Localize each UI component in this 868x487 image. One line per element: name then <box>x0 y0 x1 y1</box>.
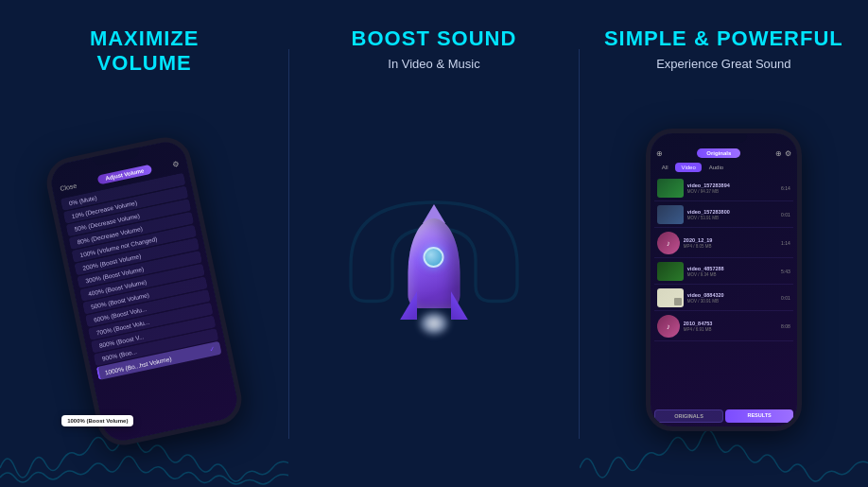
tab-video[interactable]: Video <box>675 163 701 172</box>
phone3-topbar: ⊕ Originals ⊕ ⚙ <box>651 147 797 161</box>
media-item[interactable]: video_157283894 MOV / 94.37 MB 6:14 <box>654 176 793 201</box>
media-info-3: 2020_12_19 MP4 / 8.05 MB <box>684 237 777 249</box>
media-duration-5: 0:01 <box>781 295 790 301</box>
panel2-title: BOOST SOUND <box>352 26 517 51</box>
media-name-6: 2010_84753 <box>684 321 777 326</box>
media-name-5: video_0884320 <box>687 292 777 298</box>
tab-bar: All Video Audio <box>651 161 797 175</box>
search-icon[interactable]: ⊕ <box>775 149 782 158</box>
panel3-phone-wrapper: ⊕ Originals ⊕ ⚙ All Video Audio <box>646 88 802 472</box>
panel-simple-powerful: SIMPLE & POWERFUL Experience Great Sound… <box>580 0 868 487</box>
rocket-exhaust <box>417 310 450 337</box>
media-meta-5: MOV / 30.91 MB <box>687 299 777 304</box>
media-info-6: 2010_84753 MP4 / 6.91 MB <box>684 321 777 332</box>
originals-pill[interactable]: Originals <box>697 148 740 158</box>
checkmark-icon: ✓ <box>209 345 217 354</box>
media-meta-1: MOV / 94.37 MB <box>687 189 777 194</box>
panel2-subtitle: In Video & Music <box>388 57 479 71</box>
media-name-3: 2020_12_19 <box>684 237 777 243</box>
panel3-subtitle: Experience Great Sound <box>656 57 790 71</box>
panel3-title: SIMPLE & POWERFUL <box>604 26 843 51</box>
media-thumb-2 <box>657 205 684 224</box>
tooltip-badge: 1000% (Boost Volume) <box>61 415 133 426</box>
rocket-illustration <box>387 204 481 337</box>
media-info-1: video_157283894 MOV / 94.37 MB <box>687 183 777 194</box>
panel-maximize-volume: MAXIMIZE VOLUME Close Adjust Volume ⚙ 0%… <box>0 0 288 487</box>
rocket-container <box>387 88 481 472</box>
phone-screen-1: Close Adjust Volume ⚙ 0% (Mute) 10% (Dec… <box>48 138 241 444</box>
media-duration-1: 6:14 <box>781 185 790 191</box>
phone-notch-3 <box>700 133 747 143</box>
media-item[interactable]: video_157283800 MOV / 53.91 MB 0:01 <box>654 202 793 228</box>
phone-screen-3: ⊕ Originals ⊕ ⚙ All Video Audio <box>651 133 797 426</box>
media-meta-4: MOV / 9.34 MB <box>687 272 777 277</box>
gear-icon-1[interactable]: ⚙ <box>172 159 181 168</box>
media-thumb-5 <box>657 288 684 307</box>
media-duration-6: 8:08 <box>781 323 790 329</box>
phone-mockup-3: ⊕ Originals ⊕ ⚙ All Video Audio <box>646 129 802 431</box>
rocket-window <box>424 247 444 268</box>
media-item[interactable]: video_4857288 MOV / 9.34 MB 5:43 <box>654 259 793 285</box>
media-meta-6: MP4 / 6.91 MB <box>684 327 777 332</box>
panel1-title: MAXIMIZE VOLUME <box>90 26 200 77</box>
media-thumb-1 <box>657 179 684 198</box>
tab-audio[interactable]: Audio <box>703 163 729 172</box>
media-info-2: video_157283800 MOV / 53.91 MB <box>687 209 777 220</box>
media-duration-4: 5:43 <box>781 269 790 274</box>
panel1-phone-wrapper: Close Adjust Volume ⚙ 0% (Mute) 10% (Dec… <box>71 82 217 472</box>
media-meta-3: MP4 / 8.05 MB <box>684 244 777 249</box>
audio-icon-2: ♪ <box>667 322 670 331</box>
media-info-4: video_4857288 MOV / 9.34 MB <box>687 266 777 277</box>
media-duration-3: 1:14 <box>781 240 790 246</box>
media-item[interactable]: ♪ 2020_12_19 MP4 / 8.05 MB 1:14 <box>654 229 793 258</box>
media-name-2: video_157283800 <box>687 209 777 215</box>
media-name-4: video_4857288 <box>687 266 777 271</box>
media-item[interactable]: ♪ 2010_84753 MP4 / 6.91 MB 8:08 <box>654 312 793 341</box>
tab-all[interactable]: All <box>656 163 674 172</box>
audio-icon: ♪ <box>667 239 670 248</box>
volume-list: 0% (Mute) 10% (Decrease Volume) 50% (Dec… <box>55 169 241 444</box>
media-name-1: video_157283894 <box>687 183 777 188</box>
media-thumb-6: ♪ <box>657 315 680 338</box>
close-label: Close <box>60 182 78 192</box>
media-duration-2: 0:01 <box>781 212 790 217</box>
media-thumb-4 <box>657 262 684 281</box>
phone-mockup-1: Close Adjust Volume ⚙ 0% (Mute) 10% (Dec… <box>43 132 247 449</box>
originals-button[interactable]: ORIGINALS <box>654 409 724 423</box>
phone3-bottom-bar: ORIGINALS RESULTS <box>651 407 797 426</box>
media-item[interactable]: video_0884320 MOV / 30.91 MB 0:01 <box>654 286 793 311</box>
gear-icon-3[interactable]: ⚙ <box>785 149 791 158</box>
media-info-5: video_0884320 MOV / 30.91 MB <box>687 292 777 304</box>
plus-icon[interactable]: ⊕ <box>656 149 663 158</box>
media-list: video_157283894 MOV / 94.37 MB 6:14 vide… <box>651 175 797 407</box>
video-overlay <box>674 298 682 305</box>
media-meta-2: MOV / 53.91 MB <box>687 216 777 220</box>
results-button[interactable]: RESULTS <box>725 409 793 423</box>
panel-boost-sound: BOOST SOUND In Video & Music <box>289 0 578 487</box>
media-thumb-3: ♪ <box>657 232 680 254</box>
